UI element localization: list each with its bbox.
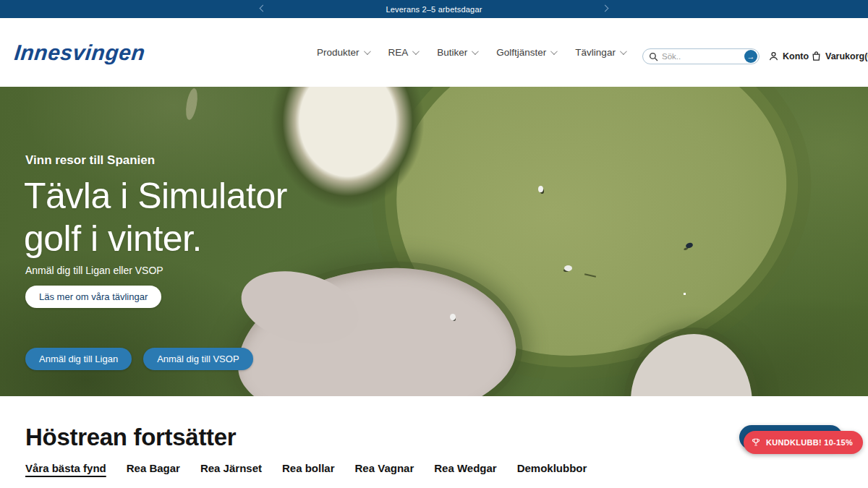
hero-eyebrow: Vinn resor till Spanien xyxy=(25,153,155,168)
tab-rea-wedgar[interactable]: Rea Wedgar xyxy=(434,462,496,477)
signup-ligan-button[interactable]: Anmäl dig till Ligan xyxy=(25,348,132,370)
grass-streak xyxy=(184,87,199,121)
tab-rea-bollar[interactable]: Rea bollar xyxy=(282,462,335,477)
golfer xyxy=(450,314,456,320)
chevron-down-icon xyxy=(363,48,370,55)
hero-subtitle: Anmäl dig till Ligan eller VSOP xyxy=(25,265,163,276)
hero-title: Tävla i Simulator golf i vinter. xyxy=(24,175,287,260)
account-label: Konto xyxy=(783,51,809,61)
shipping-banner: Leverans 2–5 arbetsdagar xyxy=(0,0,868,18)
user-icon xyxy=(768,51,779,61)
trophy-icon xyxy=(751,437,761,448)
kundklubb-badge[interactable]: KUNDKLUBB! 10-15% xyxy=(744,431,863,454)
search-bar: → xyxy=(642,48,760,64)
main-nav: Produkter REA Butiker Golftjänster Tävli… xyxy=(317,33,625,72)
shopping-bag-icon xyxy=(811,51,822,61)
read-more-button[interactable]: Läs mer om våra tävlingar xyxy=(25,286,161,308)
kundklubb-label: KUNDKLUBB! 10-15% xyxy=(766,438,853,447)
account-link[interactable]: Konto xyxy=(768,51,809,61)
nav-item-butiker[interactable]: Butiker xyxy=(437,47,477,58)
nav-label: Produkter xyxy=(317,47,359,58)
logo[interactable]: Innesvingen xyxy=(13,40,146,65)
search-icon xyxy=(649,52,658,61)
tab-vara-basta-fynd[interactable]: Våra bästa fynd xyxy=(25,462,106,477)
nav-label: Golftjänster xyxy=(496,47,546,58)
chevron-down-icon xyxy=(550,48,558,55)
banner-prev-icon[interactable] xyxy=(258,4,267,13)
nav-item-produkter[interactable]: Produkter xyxy=(317,47,369,58)
hero-cta-row: Anmäl dig till Ligan Anmäl dig till VSOP xyxy=(25,348,253,370)
search-submit-button[interactable]: → xyxy=(744,50,757,63)
shipping-banner-text: Leverans 2–5 arbetsdagar xyxy=(386,5,482,14)
sale-section-title: Höstrean fortsätter xyxy=(25,424,236,451)
cart-link[interactable]: Varukorg(0) xyxy=(811,51,868,61)
sale-tabs: Våra bästa fynd Rea Bagar Rea Järnset Re… xyxy=(25,462,587,477)
tab-rea-vagnar[interactable]: Rea Vagnar xyxy=(355,462,414,477)
tab-rea-bagar[interactable]: Rea Bagar xyxy=(127,462,180,477)
chevron-down-icon xyxy=(620,48,627,55)
tab-rea-jarnset[interactable]: Rea Järnset xyxy=(200,462,262,477)
nav-label: REA xyxy=(388,47,409,58)
banner-next-icon[interactable] xyxy=(600,4,609,13)
signup-vsop-button[interactable]: Anmäl dig till VSOP xyxy=(143,348,252,370)
hero-banner: Vinn resor till Spanien Tävla i Simulato… xyxy=(0,87,868,396)
golf-ball xyxy=(684,293,686,295)
search-input[interactable] xyxy=(662,52,744,61)
hero-title-line1: Tävla i Simulator xyxy=(24,176,287,216)
tab-demoklubbor[interactable]: Demoklubbor xyxy=(517,462,587,477)
sale-section: Höstrean fortsätter Våra bästa fynd Rea … xyxy=(0,396,868,488)
nav-item-rea[interactable]: REA xyxy=(388,47,418,58)
golfer xyxy=(538,186,543,192)
cart-label: Varukorg(0) xyxy=(825,51,868,61)
nav-label: Butiker xyxy=(437,47,467,58)
nav-item-tavlingar[interactable]: Tävlingar xyxy=(575,47,625,58)
chevron-down-icon xyxy=(472,48,479,55)
nav-item-golftjanster[interactable]: Golftjänster xyxy=(496,47,556,58)
chevron-down-icon xyxy=(412,48,420,55)
nav-label: Tävlingar xyxy=(575,47,616,58)
page: Leverans 2–5 arbetsdagar Innesvingen Pro… xyxy=(0,0,868,488)
site-header: Innesvingen Produkter REA Butiker Golftj… xyxy=(0,18,868,87)
golfer xyxy=(564,265,572,271)
hero-title-line2: golf i vinter. xyxy=(24,218,202,259)
